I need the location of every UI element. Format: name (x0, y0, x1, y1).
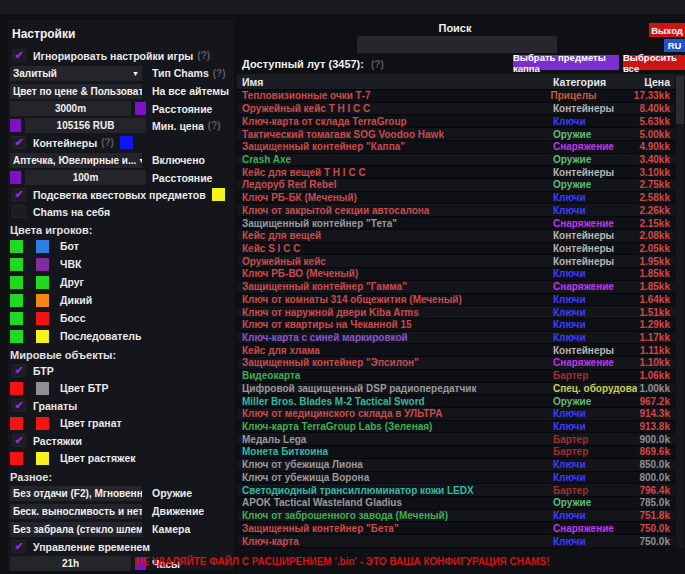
column-header-price[interactable]: Цена (637, 76, 675, 88)
dropdown-value: Без забрала (стекло шлема) (13, 524, 142, 535)
chevron-down-icon: ▼ (136, 157, 142, 164)
scrollbar-thumb[interactable] (676, 76, 684, 124)
loot-row[interactable]: Кейс S I C CКонтейнеры2.05kk (237, 243, 675, 256)
text-input[interactable]: 105156 RUB (25, 118, 146, 133)
color-swatch[interactable] (212, 188, 225, 201)
loot-row[interactable]: Кейс для вещейКонтейнеры2.08kk (237, 230, 675, 243)
color-swatch-primary[interactable] (10, 452, 23, 465)
color-swatch[interactable] (120, 136, 133, 149)
loot-row[interactable]: Ключ от комнаты 314 общежития (Меченый)К… (237, 294, 675, 307)
loot-row[interactable]: Ключ-картаКлючи750.0k (237, 535, 675, 548)
loot-row[interactable]: ВидеокартаБартер1.06kk (237, 370, 675, 383)
input-label: Мин. цена (152, 120, 204, 132)
loot-row[interactable]: APOK Tactical Wasteland GladiusОружие785… (237, 497, 675, 510)
text-input[interactable]: 3000m (10, 101, 131, 116)
dropdown[interactable]: Цвет по цене & Пользователь▼ (10, 84, 142, 99)
dropdown[interactable]: Аптечка, Ювелирные и...▼ (10, 153, 142, 168)
color-swatch-primary[interactable] (10, 240, 23, 253)
loot-row[interactable]: Оружейный кейс T H I C CКонтейнеры8.40kk (237, 103, 675, 116)
color-swatch[interactable] (10, 119, 21, 132)
loot-row[interactable]: Ключ от наружной двери Kiba ArmsКлючи1.5… (237, 306, 675, 319)
checkbox-label: Подсветка квестовых предметов (33, 189, 206, 201)
checkbox-label: Растяжки (33, 435, 82, 447)
color-swatch-primary[interactable] (10, 294, 23, 307)
loot-item-price: 17.33kk (634, 90, 675, 101)
loot-row[interactable]: Светодиодный трансиллюминатор кожи LEDXБ… (237, 484, 675, 497)
color-swatch-secondary[interactable] (36, 452, 49, 465)
dropdown[interactable]: Беск. выносливость и нет уста▼ (10, 504, 142, 519)
color-swatch-secondary[interactable] (36, 258, 49, 271)
text-input[interactable]: 100m (25, 170, 146, 185)
loot-row[interactable]: Ключ-карта TerraGroup Labs (Зеленая)Ключ… (237, 421, 675, 434)
settings-row: 100mРасстояние (10, 169, 234, 186)
loot-row[interactable]: Защищенный контейнер "Тета"Снаряжение2.1… (237, 217, 675, 230)
column-header-category[interactable]: Категория (553, 76, 637, 88)
color-swatch-primary[interactable] (10, 312, 23, 325)
language-button[interactable]: RU (664, 39, 685, 52)
color-swatch-primary[interactable] (10, 417, 23, 430)
loot-row[interactable]: Ключ-карта от склада TerraGroupКлючи5.63… (237, 115, 675, 128)
loot-row[interactable]: Тепловизионные очки Т-7Прицелы17.33kk (237, 90, 675, 103)
search-input[interactable] (357, 36, 557, 53)
loot-row[interactable]: Защищенный контейнер "Гамма"Снаряжение1.… (237, 281, 675, 294)
color-swatch-secondary[interactable] (36, 382, 49, 395)
color-swatch-primary[interactable] (10, 382, 23, 395)
loot-row[interactable]: Тактический томагавк SOG Voodoo HawkОруж… (237, 128, 675, 141)
color-swatch[interactable] (10, 171, 21, 184)
loot-row[interactable]: Ключ от убежища ЛионаКлючи850.0k (237, 459, 675, 472)
loot-row[interactable]: Защищенный контейнер "Каппа"Снаряжение4.… (237, 141, 675, 154)
loot-row[interactable]: Ключ от закрытой секции автосалонаКлючи2… (237, 204, 675, 217)
checkbox-checked[interactable]: ✔ (12, 364, 26, 377)
dropdown[interactable]: Без отдачи (F2), Мгновенное п▼ (10, 486, 142, 501)
loot-row[interactable]: Ключ-карта с синей маркировкойКлючи1.17k… (237, 332, 675, 345)
loot-row[interactable]: Цифровой защищенный DSP радиопередатчикС… (237, 383, 675, 396)
dropdown[interactable]: Залитый▼ (10, 66, 142, 81)
loot-row[interactable]: Ключ от убежища ВоронаКлючи800.0k (237, 472, 675, 485)
loot-row[interactable]: Кейс для хламаКонтейнеры1.11kk (237, 344, 675, 357)
checkbox-checked[interactable]: ✔ (12, 136, 26, 149)
settings-row: Друг (10, 273, 234, 291)
color-swatch-secondary[interactable] (36, 276, 49, 289)
loot-item-category: Снаряжение (553, 523, 637, 534)
checkbox-checked[interactable]: ✔ (12, 399, 26, 412)
color-swatch-secondary[interactable] (36, 417, 49, 430)
select-kappa-items-button[interactable]: Выбрать предметы каппа (513, 55, 619, 70)
loot-row[interactable]: Ключ от заброшенного завода (Меченый)Клю… (237, 510, 675, 523)
loot-row[interactable]: Защищенный контейнер "Бета"Снаряжение750… (237, 522, 675, 535)
loot-row[interactable]: Miller Bros. Blades M-2 Tactical SwordОр… (237, 395, 675, 408)
exit-button[interactable]: Выход (649, 23, 685, 37)
dropdown[interactable]: Без забрала (стекло шлема)▼ (10, 522, 142, 537)
loot-row[interactable]: Оружейный кейсКонтейнеры1.95kk (237, 255, 675, 268)
loot-row[interactable]: Монета БиткоинаБартер869.6k (237, 446, 675, 459)
checkbox-checked[interactable]: ✔ (12, 434, 26, 447)
scrollbar[interactable] (676, 74, 684, 548)
loot-row[interactable]: Crash AxeОружие3.40kk (237, 154, 675, 167)
loot-row[interactable]: Медаль LegaБартер900.0k (237, 433, 675, 446)
loot-row[interactable]: Кейс для вещей T H I C CКонтейнеры3.10kk (237, 166, 675, 179)
color-swatch-primary[interactable] (10, 330, 23, 343)
loot-item-name: Ключ от закрытой секции автосалона (237, 205, 553, 216)
loot-row[interactable]: Защищенный контейнер "Эпсилон"Снаряжение… (237, 357, 675, 370)
loot-item-price: 2.75kk (637, 179, 675, 190)
color-swatch-primary[interactable] (10, 258, 23, 271)
color-swatch-secondary[interactable] (36, 312, 49, 325)
color-swatch-secondary[interactable] (36, 294, 49, 307)
color-swatch-secondary[interactable] (36, 330, 49, 343)
color-swatch[interactable] (135, 102, 146, 115)
checkbox-unchecked[interactable] (12, 205, 26, 218)
loot-row[interactable]: Ледоруб Red RebelОружие2.75kk (237, 179, 675, 192)
loot-row[interactable]: Ключ РБ-ВО (Меченый)Ключи1.85kk (237, 268, 675, 281)
column-header-name[interactable]: Имя (237, 76, 553, 88)
color-swatch-secondary[interactable] (36, 240, 49, 253)
loot-row[interactable]: Ключ РБ-БК (Меченый)Ключи2.58kk (237, 192, 675, 205)
checkbox-checked[interactable]: ✔ (12, 540, 26, 553)
loot-item-category: Контейнеры (553, 230, 637, 241)
loot-item-category: Контейнеры (553, 345, 637, 356)
dropdown-value: Цвет по цене & Пользователь (13, 86, 142, 97)
checkbox-checked[interactable]: ✔ (12, 188, 26, 201)
drop-all-button[interactable]: Выбросить все (623, 55, 685, 70)
loot-row[interactable]: Ключ от медицинского склада в УЛЬТРАКлюч… (237, 408, 675, 421)
loot-row[interactable]: Ключ от квартиры на Чеканной 15Ключи1.29… (237, 319, 675, 332)
checkbox-checked[interactable]: ✔ (12, 49, 26, 62)
color-swatch-primary[interactable] (10, 276, 23, 289)
